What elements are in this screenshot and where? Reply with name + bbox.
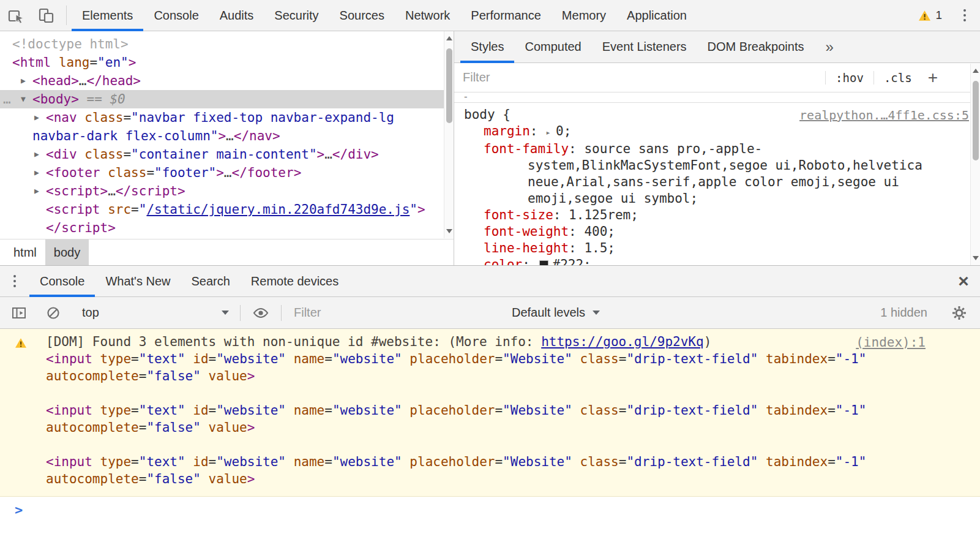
show-console-sidebar-button[interactable] bbox=[6, 306, 32, 320]
tab-audits[interactable]: Audits bbox=[209, 0, 264, 31]
console-sidebar-icon bbox=[11, 306, 27, 320]
elements-scrollbar[interactable] bbox=[444, 31, 454, 238]
new-style-rule-button[interactable]: + bbox=[928, 69, 938, 86]
toggle-element-classes-button[interactable]: .cls bbox=[884, 71, 912, 85]
tab-label: Console bbox=[40, 274, 84, 288]
scroll-up-arrow-icon[interactable] bbox=[446, 36, 452, 40]
dom-tree-node[interactable]: ▶<nav class="navbar fixed-top navbar-exp… bbox=[0, 108, 444, 145]
styles-panel: Styles Computed Event Listeners DOM Brea… bbox=[454, 31, 980, 265]
log-levels-dropdown[interactable]: Default levels bbox=[512, 306, 600, 320]
gear-icon bbox=[951, 305, 967, 321]
tab-label: What's New bbox=[105, 274, 170, 288]
chevron-down-icon bbox=[593, 311, 600, 315]
breadcrumb-body[interactable]: body bbox=[45, 239, 89, 265]
console-settings-button[interactable] bbox=[944, 305, 974, 321]
clear-console-icon bbox=[46, 306, 61, 320]
tab-application[interactable]: Application bbox=[616, 0, 697, 31]
css-selector[interactable]: body { bbox=[464, 107, 511, 122]
tab-performance[interactable]: Performance bbox=[460, 0, 552, 31]
tab-memory[interactable]: Memory bbox=[552, 0, 616, 31]
element-previews: <input type="text" id="website" name="we… bbox=[46, 350, 954, 488]
chevron-down-icon bbox=[222, 311, 229, 315]
console-element-preview[interactable]: <input type="text" id="website" name="we… bbox=[46, 350, 954, 385]
dom-tree-node[interactable]: <html lang="en"> bbox=[0, 53, 444, 72]
disclosure-arrow-icon[interactable]: ▶ bbox=[34, 182, 39, 200]
dom-tree-node[interactable]: ▶<footer class="footer">…</footer> bbox=[0, 164, 444, 182]
scroll-down-arrow-icon[interactable] bbox=[446, 229, 452, 233]
css-rule-header[interactable]: body { realpython.…4ff1e.css:5 bbox=[464, 107, 969, 123]
scroll-down-arrow-icon[interactable] bbox=[973, 256, 979, 260]
dom-tree-node[interactable]: ▶<script>…</script> bbox=[0, 182, 444, 200]
styles-tab-bar: Styles Computed Event Listeners DOM Brea… bbox=[454, 31, 980, 63]
css-declaration[interactable]: font-size: 1.125rem; bbox=[464, 207, 969, 224]
css-declaration[interactable]: margin: ▸ 0; bbox=[464, 123, 969, 141]
more-tabs-button[interactable]: » bbox=[825, 31, 833, 62]
console-element-preview[interactable]: <input type="text" id="website" name="we… bbox=[46, 402, 954, 436]
disclosure-arrow-icon[interactable]: ▼ bbox=[21, 90, 26, 108]
css-declaration[interactable]: line-height: 1.5; bbox=[464, 240, 969, 257]
console-prompt[interactable]: > bbox=[0, 497, 980, 550]
hidden-messages-count: 1 hidden bbox=[880, 306, 927, 320]
close-drawer-button[interactable]: × bbox=[947, 266, 980, 296]
drawer-tab-whats-new[interactable]: What's New bbox=[95, 266, 181, 296]
breadcrumb-html[interactable]: html bbox=[5, 239, 45, 265]
dom-tree-node[interactable]: <script src="/static/jquery.min.220afd74… bbox=[0, 200, 444, 219]
console-filter-input[interactable] bbox=[294, 306, 496, 320]
tab-computed[interactable]: Computed bbox=[514, 31, 591, 62]
disclosure-arrow-icon[interactable]: ▶ bbox=[21, 72, 26, 90]
scrollbar-thumb[interactable] bbox=[446, 48, 452, 123]
live-expression-button[interactable] bbox=[248, 307, 274, 319]
toggle-pseudo-classes-button[interactable]: :hov bbox=[836, 71, 864, 85]
dom-tree-node[interactable]: <!doctype html> bbox=[0, 35, 444, 53]
remnant-text: - bbox=[463, 92, 469, 102]
dom-tree: <!doctype html><html lang="en">▶<head>…<… bbox=[0, 31, 454, 238]
tab-elements[interactable]: Elements bbox=[72, 0, 143, 31]
scrollbar-thumb[interactable] bbox=[973, 81, 979, 160]
device-toolbar-button[interactable] bbox=[31, 0, 61, 31]
disclosure-arrow-icon[interactable]: ▶ bbox=[34, 145, 39, 164]
dom-tree-node[interactable]: ▶<head>…</head> bbox=[0, 72, 444, 90]
css-declaration[interactable]: font-family: source sans pro,-apple-syst… bbox=[464, 141, 969, 207]
tab-event-listeners[interactable]: Event Listeners bbox=[592, 31, 697, 62]
styles-scrollbar[interactable] bbox=[970, 64, 980, 265]
tab-label: Application bbox=[627, 9, 687, 23]
drawer-tab-console[interactable]: Console bbox=[29, 266, 95, 296]
css-declaration[interactable]: color: #222; bbox=[464, 257, 969, 265]
dom-tree-node[interactable]: …▼<body> == $0 bbox=[0, 90, 444, 108]
scroll-up-arrow-icon[interactable] bbox=[973, 69, 979, 73]
tab-dom-breakpoints[interactable]: DOM Breakpoints bbox=[697, 31, 815, 62]
divider bbox=[825, 71, 826, 85]
dom-tree-node[interactable]: </script> bbox=[0, 219, 444, 237]
more-actions-icon[interactable]: … bbox=[3, 90, 11, 108]
issues-warning-badge[interactable]: 1 bbox=[918, 0, 942, 31]
drawer-tab-remote-devices[interactable]: Remote devices bbox=[241, 266, 349, 296]
console-warning-entry: [DOM] Found 3 elements with non-unique i… bbox=[0, 329, 980, 488]
message-source-link[interactable]: (index):1 bbox=[856, 334, 926, 351]
drawer-tab-search[interactable]: Search bbox=[181, 266, 240, 296]
console-element-preview[interactable]: <input type="text" id="website" name="we… bbox=[46, 453, 954, 488]
tab-console[interactable]: Console bbox=[143, 0, 209, 31]
devtools-window: Elements Console Audits Security Sources… bbox=[0, 0, 980, 550]
stylesheet-source-link[interactable]: realpython.…4ff1e.css:5 bbox=[799, 107, 969, 124]
inspect-element-button[interactable] bbox=[0, 0, 31, 31]
tab-security[interactable]: Security bbox=[264, 0, 329, 31]
main-menu-button[interactable] bbox=[949, 0, 980, 31]
dom-tree-node[interactable]: ▶<div class="container main-content">…</… bbox=[0, 145, 444, 164]
tab-styles[interactable]: Styles bbox=[460, 31, 514, 62]
color-swatch[interactable] bbox=[539, 260, 548, 265]
tab-sources[interactable]: Sources bbox=[329, 0, 395, 31]
tab-network[interactable]: Network bbox=[395, 0, 460, 31]
styles-filter-input[interactable] bbox=[463, 70, 823, 85]
divider bbox=[281, 305, 282, 321]
levels-label: Default levels bbox=[512, 306, 585, 320]
expand-shorthand-icon[interactable]: ▸ bbox=[545, 127, 556, 137]
console-messages: [DOM] Found 3 elements with non-unique i… bbox=[0, 329, 980, 497]
tab-label: Sources bbox=[340, 9, 384, 23]
disclosure-arrow-icon[interactable]: ▶ bbox=[34, 108, 39, 127]
clear-console-button[interactable] bbox=[40, 306, 66, 320]
breadcrumb: html body bbox=[0, 239, 454, 265]
drawer-menu-button[interactable] bbox=[0, 266, 29, 296]
css-declaration[interactable]: font-weight: 400; bbox=[464, 224, 969, 240]
execution-context-selector[interactable]: top bbox=[78, 306, 233, 320]
disclosure-arrow-icon[interactable]: ▶ bbox=[34, 164, 39, 182]
